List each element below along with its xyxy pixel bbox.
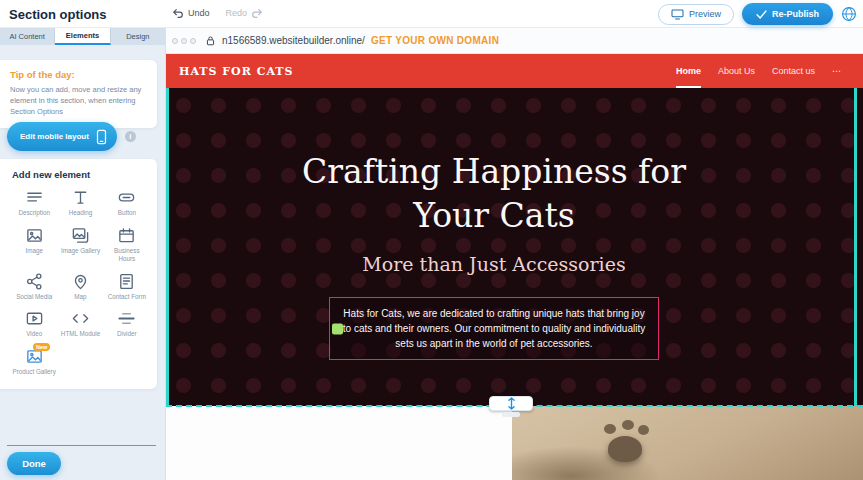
- undo-label: Undo: [188, 8, 210, 18]
- tab-elements[interactable]: Elements: [55, 28, 110, 45]
- topbar-actions: Preview Re-Publish: [658, 3, 857, 25]
- nav-item-home[interactable]: Home: [676, 54, 701, 88]
- tab-design[interactable]: Design: [111, 28, 165, 45]
- map-icon: [71, 272, 90, 291]
- element-label: Video: [26, 330, 42, 338]
- html-module-icon: [71, 309, 90, 328]
- redo-icon: [251, 7, 263, 19]
- section-resize-tag: [502, 412, 520, 417]
- tab-ai-content[interactable]: AI Content: [0, 28, 55, 45]
- button-icon: [117, 188, 136, 207]
- lock-icon: [205, 35, 216, 46]
- site-header: HATS FOR CATS Home About Us Contact us ⋯: [166, 54, 863, 88]
- element-item-html-module[interactable]: HTML Module: [58, 309, 102, 338]
- element-item-heading[interactable]: Heading: [58, 188, 102, 217]
- carpet-cat-paw-image: [512, 406, 863, 480]
- divider-icon: [117, 309, 136, 328]
- window-dot: [172, 38, 178, 44]
- redo-button[interactable]: Redo: [226, 7, 264, 19]
- site-preview: n1566589.websitebuilder.online/ GET YOUR…: [166, 28, 863, 480]
- element-item-description[interactable]: Description: [12, 188, 56, 217]
- element-label: Contact Form: [108, 293, 146, 301]
- hero-heading-line2: Your Cats: [413, 196, 574, 235]
- element-label: Image Gallery: [61, 247, 100, 255]
- resize-arrows-icon: [506, 397, 517, 410]
- element-item-contact-form[interactable]: Contact Form: [105, 272, 149, 301]
- done-button[interactable]: Done: [7, 452, 61, 475]
- element-label: Divider: [117, 330, 137, 338]
- window-dot: [181, 38, 187, 44]
- sidebar: AI Content Elements Design Tip of the da…: [0, 28, 166, 480]
- tip-body: Now you can add, move and resize any ele…: [10, 85, 147, 118]
- preview-label: Preview: [689, 9, 721, 19]
- element-label: Social Media: [16, 293, 52, 301]
- element-label: Product Gallery: [12, 368, 55, 376]
- hero-heading[interactable]: Crafting Happiness for Your Cats: [302, 150, 686, 237]
- section-selection-border-right: [854, 88, 857, 406]
- element-item-button[interactable]: Button: [105, 188, 149, 217]
- get-your-own-domain-link[interactable]: GET YOUR OWN DOMAIN: [371, 35, 499, 46]
- url-text[interactable]: n1566589.websitebuilder.online/: [222, 35, 365, 46]
- redo-label: Redo: [226, 8, 248, 18]
- element-label: Business Hours: [105, 247, 149, 263]
- site-logo[interactable]: HATS FOR CATS: [179, 65, 293, 78]
- republish-label: Re-Publish: [772, 9, 819, 19]
- element-drag-handle[interactable]: [332, 323, 343, 334]
- element-item-business-hours[interactable]: Business Hours: [105, 226, 149, 263]
- hero-subheading[interactable]: More than Just Accessories: [362, 253, 625, 275]
- add-new-element-title: Add new element: [12, 169, 149, 180]
- undo-icon: [172, 7, 184, 19]
- add-new-element-panel: Add new element Description Heading Butt…: [0, 159, 157, 389]
- nav-item-about-us[interactable]: About Us: [718, 54, 755, 88]
- section-resize-handle[interactable]: [489, 396, 533, 411]
- window-dot: [190, 38, 196, 44]
- element-item-map[interactable]: Map: [58, 272, 102, 301]
- topbar: Section options Undo Redo Preview Re-Pub…: [0, 0, 863, 28]
- info-icon[interactable]: i: [125, 131, 136, 142]
- site-nav: Home About Us Contact us ⋯: [676, 54, 841, 88]
- element-label: Image: [25, 247, 43, 255]
- hero-text-box[interactable]: Hats for Cats, we are dedicated to craft…: [329, 297, 659, 360]
- element-item-video[interactable]: Video: [12, 309, 56, 338]
- republish-button[interactable]: Re-Publish: [742, 3, 833, 25]
- preview-button[interactable]: Preview: [658, 4, 734, 25]
- browser-chrome: n1566589.websitebuilder.online/ GET YOUR…: [166, 28, 863, 54]
- nav-item-contact-us[interactable]: Contact us: [772, 54, 815, 88]
- element-label: HTML Module: [61, 330, 100, 338]
- element-grid: Description Heading Button Image Image G…: [12, 188, 149, 376]
- history-controls: Undo Redo: [172, 7, 263, 19]
- edit-mobile-row: Edit mobile layout i: [7, 122, 136, 151]
- window-controls: [172, 38, 196, 44]
- paw-toe: [622, 420, 634, 430]
- paw-toe: [604, 424, 616, 434]
- hero-section[interactable]: Crafting Happiness for Your Cats More th…: [166, 88, 863, 406]
- nav-more-icon[interactable]: ⋯: [832, 54, 841, 88]
- sidebar-tabs: AI Content Elements Design: [0, 28, 165, 45]
- paw-toe: [638, 425, 649, 435]
- tip-of-the-day-card: Tip of the day: Now you can add, move an…: [0, 60, 157, 128]
- hero-content: Crafting Happiness for Your Cats More th…: [166, 88, 822, 406]
- section-selection-border-left: [166, 88, 169, 406]
- monitor-icon: [671, 9, 684, 20]
- hero-heading-line1: Crafting Happiness for: [302, 152, 686, 191]
- element-item-divider[interactable]: Divider: [105, 309, 149, 338]
- element-label: Heading: [69, 209, 92, 217]
- check-icon: [756, 10, 767, 19]
- heading-icon: [71, 188, 90, 207]
- sidebar-divider: [7, 445, 156, 446]
- element-item-social-media[interactable]: Social Media: [12, 272, 56, 301]
- element-item-image[interactable]: Image: [12, 226, 56, 263]
- edit-mobile-layout-button[interactable]: Edit mobile layout: [7, 122, 117, 151]
- element-label: Map: [74, 293, 86, 301]
- undo-button[interactable]: Undo: [172, 7, 210, 19]
- phone-icon: [96, 129, 107, 145]
- business-hours-icon: [117, 226, 136, 245]
- element-item-product-gallery[interactable]: New Product Gallery: [12, 347, 56, 376]
- new-badge: New: [33, 343, 50, 351]
- globe-icon[interactable]: [841, 6, 857, 22]
- element-item-image-gallery[interactable]: Image Gallery: [58, 226, 102, 263]
- element-label: Button: [118, 209, 136, 217]
- image-icon: [25, 226, 44, 245]
- contact-form-icon: [117, 272, 136, 291]
- edit-mobile-label: Edit mobile layout: [20, 132, 89, 141]
